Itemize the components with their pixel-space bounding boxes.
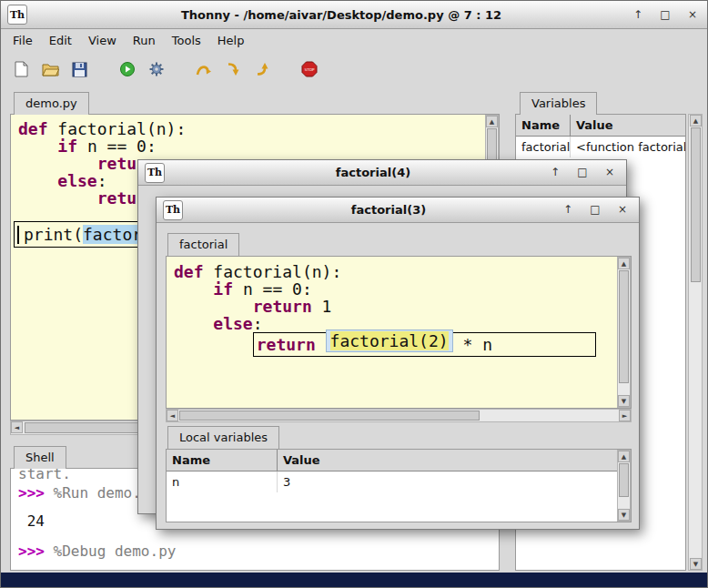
- tab-factorial[interactable]: factorial: [167, 233, 239, 256]
- menu-edit[interactable]: Edit: [41, 30, 80, 51]
- thonny-logo-icon: Th: [163, 200, 183, 220]
- scrollbar-thumb[interactable]: [619, 270, 629, 383]
- local-variables-panel: Name Value n 3 ▲ ▼: [166, 449, 632, 522]
- code-line: return 1: [174, 298, 617, 315]
- maximize-button[interactable]: □: [573, 163, 592, 181]
- menu-help[interactable]: Help: [209, 30, 253, 51]
- locals-header: Name Value: [167, 450, 631, 471]
- scroll-down-icon[interactable]: ▼: [690, 558, 702, 570]
- step-out-button[interactable]: [250, 57, 273, 81]
- text-cursor: [17, 226, 19, 244]
- svg-text:STOP: STOP: [304, 67, 315, 72]
- dialog-titlebar[interactable]: Th factorial(4) ↑ □ ×: [138, 160, 626, 186]
- token-text: n == 0:: [77, 137, 157, 156]
- menu-run[interactable]: Run: [125, 30, 164, 51]
- step-over-icon: [196, 63, 212, 76]
- variable-name: n: [167, 471, 278, 492]
- scroll-up-icon[interactable]: ▲: [618, 451, 630, 462]
- toolbar: STOP: [1, 52, 708, 86]
- window-controls: ↑ □ ×: [546, 163, 619, 181]
- frame-hscrollbar[interactable]: ◄ ►: [166, 409, 632, 422]
- code-line: return factorial(2) * n: [174, 332, 617, 357]
- menu-tools[interactable]: Tools: [164, 30, 209, 51]
- scroll-right-icon[interactable]: ►: [619, 410, 631, 421]
- scrollbar-thumb[interactable]: [691, 127, 701, 282]
- token-text: factorial(n):: [204, 262, 342, 281]
- token-text: :: [253, 314, 263, 333]
- thonny-logo-icon: Th: [145, 163, 165, 183]
- menu-view[interactable]: View: [80, 30, 125, 51]
- token-text: factorial(n):: [48, 119, 187, 138]
- titlebar[interactable]: Th Thonny - /home/aivar/Desktop/demo.py …: [1, 1, 708, 29]
- token-keyword: if: [213, 279, 233, 299]
- scroll-down-icon[interactable]: ▼: [618, 509, 630, 521]
- token-keyword: def: [174, 262, 204, 281]
- column-header-name[interactable]: Name: [167, 450, 278, 471]
- new-file-button[interactable]: [10, 57, 33, 81]
- shell-line: >>> %Debug demo.py: [18, 542, 491, 561]
- shade-button[interactable]: ↑: [559, 200, 577, 218]
- step-into-icon: [226, 62, 240, 76]
- evaluation-tooltip: factorial(2): [326, 329, 453, 352]
- scroll-up-icon[interactable]: ▲: [486, 116, 498, 127]
- tab-shell[interactable]: Shell: [14, 446, 66, 469]
- variables-vscrollbar[interactable]: ▲ ▼: [688, 114, 703, 571]
- scrollbar-thumb[interactable]: [619, 463, 629, 497]
- close-button[interactable]: ×: [601, 163, 619, 181]
- scroll-up-icon[interactable]: ▲: [618, 258, 630, 269]
- variable-value: <function factorial: [571, 140, 685, 154]
- stop-button[interactable]: STOP: [298, 57, 320, 81]
- shade-button[interactable]: ↑: [546, 163, 564, 181]
- close-button[interactable]: ×: [683, 5, 702, 24]
- scroll-left-icon[interactable]: ◄: [11, 421, 23, 433]
- open-file-button[interactable]: [39, 57, 62, 81]
- column-header-value[interactable]: Value: [571, 118, 619, 132]
- token-indent: [174, 314, 213, 333]
- token-keyword: return: [257, 335, 316, 354]
- token-text: n == 0:: [233, 279, 312, 299]
- token-indent: [18, 188, 97, 208]
- scroll-left-icon[interactable]: ◄: [167, 410, 178, 421]
- token-keyword: def: [18, 119, 48, 138]
- dialog-title: factorial(4): [202, 166, 544, 179]
- variable-name: factorial: [516, 137, 571, 157]
- frame-vscrollbar[interactable]: ▲ ▼: [617, 257, 631, 408]
- run-icon: [119, 61, 136, 77]
- dialog-factorial-3[interactable]: Th factorial(3) ↑ □ × factorial def fact…: [156, 197, 640, 530]
- selected-text: factor: [83, 225, 142, 244]
- scroll-down-icon[interactable]: ▼: [618, 395, 630, 407]
- dialog-title: factorial(3): [220, 203, 557, 217]
- scroll-up-icon[interactable]: ▲: [690, 115, 702, 127]
- locals-row[interactable]: n 3: [167, 471, 631, 492]
- locals-vscrollbar[interactable]: ▲ ▼: [617, 450, 631, 522]
- step-into-button[interactable]: [221, 57, 244, 81]
- save-file-button[interactable]: [68, 57, 91, 81]
- thonny-logo-icon: Th: [7, 5, 27, 25]
- tab-demo-py[interactable]: demo.py: [14, 92, 89, 115]
- column-header-name[interactable]: Name: [516, 115, 571, 136]
- menu-file[interactable]: File: [5, 30, 41, 51]
- save-floppy-icon: [72, 62, 87, 77]
- frame-code-view[interactable]: def factorial(n): if n == 0: return 1 el…: [166, 256, 632, 409]
- scrollbar-thumb[interactable]: [179, 411, 480, 421]
- step-over-button[interactable]: [192, 57, 215, 81]
- maximize-button[interactable]: □: [586, 200, 604, 218]
- code-line: def factorial(n):: [18, 120, 485, 137]
- variables-row[interactable]: factorial <function factorial: [516, 137, 685, 157]
- shell-prompt: >>>: [18, 542, 45, 560]
- new-file-icon: [14, 61, 29, 77]
- debug-button[interactable]: [145, 57, 167, 81]
- tab-variables[interactable]: Variables: [520, 92, 597, 115]
- shell-prompt: >>>: [18, 484, 45, 502]
- run-button[interactable]: [116, 57, 138, 81]
- maximize-button[interactable]: □: [656, 5, 674, 24]
- step-out-icon: [255, 62, 269, 76]
- window-controls: ↑ □ ×: [629, 5, 702, 24]
- shell-command: %Run demo.p: [45, 484, 150, 502]
- token-text: :: [97, 171, 107, 190]
- close-button[interactable]: ×: [613, 200, 632, 218]
- shade-button[interactable]: ↑: [629, 5, 647, 24]
- tab-local-variables[interactable]: Local variables: [167, 426, 279, 449]
- dialog-titlebar[interactable]: Th factorial(3) ↑ □ ×: [157, 198, 639, 223]
- column-header-value[interactable]: Value: [278, 453, 326, 467]
